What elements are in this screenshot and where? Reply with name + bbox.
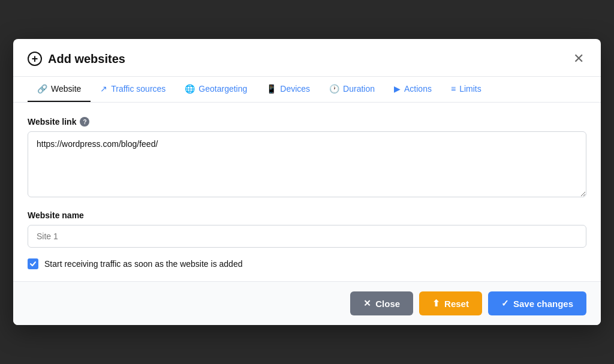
tab-limits-label: Limits	[459, 84, 481, 94]
modal-header: + Add websites ✕	[13, 39, 601, 77]
link-icon: 🔗	[37, 84, 47, 94]
close-x-icon: ✕	[573, 51, 584, 66]
website-name-input[interactable]	[28, 225, 586, 248]
reset-button[interactable]: ⬆ Reset	[419, 291, 482, 315]
modal-title-text: Add websites	[48, 52, 125, 66]
help-icon[interactable]: ?	[80, 117, 89, 127]
tab-devices-label: Devices	[280, 84, 310, 94]
tab-geotargeting[interactable]: 🌐 Geotargeting	[175, 77, 257, 102]
tab-duration[interactable]: 🕐 Duration	[320, 77, 384, 102]
close-x-btn-icon: ✕	[363, 298, 371, 309]
close-button[interactable]: ✕ Close	[350, 291, 413, 315]
modal-body: Website link ? https://wordpress.com/blo…	[13, 103, 601, 281]
tab-actions[interactable]: ▶ Actions	[384, 77, 441, 102]
modal-overlay: + Add websites ✕ 🔗 Website ↗ Traffic sou…	[0, 0, 614, 364]
website-link-label: Website link ?	[28, 117, 586, 127]
tab-traffic-sources-label: Traffic sources	[111, 84, 165, 94]
close-button-label: Close	[375, 299, 400, 309]
reset-icon: ⬆	[432, 298, 440, 309]
tab-website-label: Website	[51, 84, 81, 94]
traffic-icon: ↗	[100, 84, 107, 94]
modal-title: + Add websites	[28, 52, 125, 66]
clock-icon: 🕐	[329, 84, 339, 94]
checkmark-icon: ✓	[501, 298, 509, 309]
tab-duration-label: Duration	[343, 84, 375, 94]
limits-icon: ≡	[451, 84, 456, 94]
tab-limits[interactable]: ≡ Limits	[441, 77, 491, 102]
modal-footer: ✕ Close ⬆ Reset ✓ Save changes	[13, 281, 601, 325]
tab-geotargeting-label: Geotargeting	[198, 84, 247, 94]
traffic-checkbox[interactable]	[28, 258, 38, 269]
tab-actions-label: Actions	[404, 84, 432, 94]
modal-tabs: 🔗 Website ↗ Traffic sources 🌐 Geotargeti…	[13, 77, 601, 103]
add-websites-modal: + Add websites ✕ 🔗 Website ↗ Traffic sou…	[13, 39, 601, 325]
globe-icon: 🌐	[185, 84, 195, 94]
play-icon: ▶	[394, 84, 401, 94]
checkbox-row: Start receiving traffic as soon as the w…	[28, 258, 586, 269]
close-modal-button[interactable]: ✕	[571, 50, 586, 68]
save-button-label: Save changes	[513, 299, 573, 309]
website-link-field-group: Website link ? https://wordpress.com/blo…	[28, 117, 586, 200]
tab-traffic-sources[interactable]: ↗ Traffic sources	[91, 77, 175, 102]
save-button[interactable]: ✓ Save changes	[488, 291, 586, 315]
tab-website[interactable]: 🔗 Website	[28, 77, 91, 102]
device-icon: 📱	[266, 84, 276, 94]
tab-devices[interactable]: 📱 Devices	[257, 77, 320, 102]
website-name-label: Website name	[28, 210, 586, 220]
traffic-checkbox-label[interactable]: Start receiving traffic as soon as the w…	[44, 259, 242, 269]
website-name-field-group: Website name	[28, 210, 586, 248]
plus-icon: +	[28, 52, 42, 66]
website-link-input[interactable]: https://wordpress.com/blog/feed/	[28, 131, 586, 197]
reset-button-label: Reset	[444, 299, 469, 309]
